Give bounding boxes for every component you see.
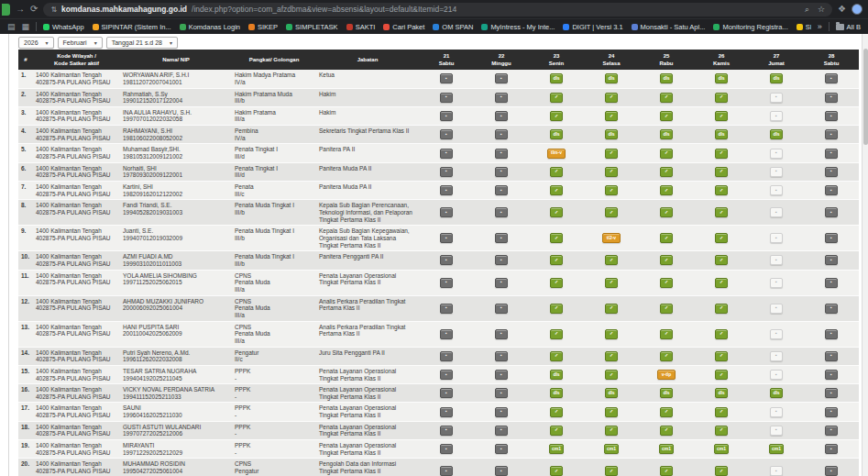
status-button[interactable]: ▪	[825, 73, 838, 83]
status-button[interactable]: ▪	[770, 407, 783, 417]
status-button[interactable]: ✓	[715, 207, 728, 217]
status-button[interactable]: ✓	[660, 185, 673, 195]
status-button[interactable]: ▪	[770, 93, 783, 103]
status-button[interactable]: ✓	[715, 426, 728, 436]
status-button[interactable]: ▪	[495, 278, 508, 288]
status-button[interactable]: ▪	[495, 129, 508, 139]
status-button[interactable]: dls	[660, 73, 673, 83]
status-button[interactable]: v-tlp	[657, 370, 676, 380]
status-button[interactable]: ▪	[825, 370, 838, 380]
status-button[interactable]: ▪	[440, 426, 453, 436]
status-button[interactable]: ▪	[770, 426, 783, 436]
status-button[interactable]: ✓	[550, 167, 563, 177]
status-button[interactable]: ▪	[440, 466, 453, 476]
status-button[interactable]: ▪	[825, 207, 838, 217]
status-button[interactable]: dls	[770, 73, 783, 83]
status-button[interactable]: ✓	[605, 149, 618, 159]
status-button[interactable]: dls	[605, 129, 618, 139]
status-button[interactable]: ▪	[440, 444, 453, 454]
status-button[interactable]: ▪	[495, 207, 508, 217]
status-button[interactable]: tl2-v	[602, 233, 621, 243]
status-button[interactable]: ▪	[440, 351, 453, 361]
status-button[interactable]: ✓	[605, 407, 618, 417]
status-button[interactable]: ▪	[495, 351, 508, 361]
status-button[interactable]: dls	[550, 370, 563, 380]
status-button[interactable]: ✓	[660, 149, 673, 159]
status-button[interactable]: ✓	[715, 351, 728, 361]
side-panel-icon[interactable]: ▤	[7, 22, 16, 31]
status-button[interactable]: ✓	[715, 304, 728, 314]
status-button[interactable]: ✓	[660, 255, 673, 265]
status-button[interactable]: ✓	[550, 111, 563, 121]
status-button[interactable]: ▪	[770, 370, 783, 380]
status-button[interactable]: ✓	[550, 426, 563, 436]
status-button[interactable]: ▪	[495, 388, 508, 398]
bookmark-item[interactable]: SIMTALAK BADILAG	[797, 23, 811, 31]
bookmark-item[interactable]: SIMPLETASK	[286, 23, 338, 31]
status-button[interactable]: ✓	[660, 278, 673, 288]
status-button[interactable]: ▪	[770, 207, 783, 217]
status-button[interactable]: ✓	[550, 278, 563, 288]
status-button[interactable]: ▪	[825, 407, 838, 417]
status-button[interactable]: cm1	[549, 444, 564, 454]
status-button[interactable]: ▪	[495, 255, 508, 265]
status-button[interactable]: ✓	[550, 329, 563, 339]
status-button[interactable]: ✓	[715, 185, 728, 195]
bookmark-item[interactable]: Monsakti - Satu Apl...	[632, 23, 706, 31]
status-button[interactable]: ▪	[770, 351, 783, 361]
status-button[interactable]: ✓	[715, 255, 728, 265]
extensions-icon[interactable]: ❖	[838, 5, 846, 14]
profile-avatar[interactable]	[852, 4, 863, 15]
status-button[interactable]: cm1	[714, 444, 729, 454]
status-button[interactable]: ▪	[440, 73, 453, 83]
status-button[interactable]: cm1	[769, 444, 784, 454]
bookmark-star-icon[interactable]: ☆	[818, 5, 825, 14]
status-button[interactable]: ✓	[660, 167, 673, 177]
forward-icon[interactable]: →	[16, 5, 25, 14]
status-button[interactable]: ▪	[825, 466, 838, 476]
status-button[interactable]: ▪	[440, 233, 453, 243]
status-button[interactable]: ▪	[495, 304, 508, 314]
status-button[interactable]: ✓	[550, 207, 563, 217]
status-button[interactable]: ✓	[660, 426, 673, 436]
month-select[interactable]: Februari ▾	[58, 37, 103, 49]
status-button[interactable]: ▪	[770, 111, 783, 121]
status-button[interactable]: ✓	[605, 255, 618, 265]
status-button[interactable]: ✓	[550, 93, 563, 103]
status-button[interactable]: ▪	[495, 111, 508, 121]
status-button[interactable]: ▪	[770, 255, 783, 265]
status-button[interactable]: ▪	[495, 73, 508, 83]
status-button[interactable]: ▪	[770, 233, 783, 243]
scrollbar-thumb[interactable]	[863, 49, 868, 145]
status-button[interactable]: ▪	[440, 407, 453, 417]
status-button[interactable]: ▪	[440, 329, 453, 339]
status-button[interactable]: ▪	[825, 304, 838, 314]
all-bookmarks-button[interactable]: All B	[836, 23, 861, 31]
status-button[interactable]: ▪	[770, 278, 783, 288]
status-button[interactable]: ▪	[440, 207, 453, 217]
search-icon[interactable]: ⌕	[805, 5, 809, 15]
status-button[interactable]: dls	[550, 129, 563, 139]
status-button[interactable]: ✓	[550, 407, 563, 417]
status-button[interactable]: ✓	[550, 304, 563, 314]
status-button[interactable]: ✓	[715, 111, 728, 121]
status-button[interactable]: ▪	[825, 233, 838, 243]
site-info-icon[interactable]: ⇅	[50, 6, 57, 14]
status-button[interactable]: ▪	[825, 129, 838, 139]
bookmark-item[interactable]: OM SPAN	[433, 23, 473, 31]
status-button[interactable]: ▪	[440, 111, 453, 121]
bookmark-item[interactable]: Monitoring Registra...	[713, 23, 787, 31]
status-button[interactable]: dls	[770, 388, 783, 398]
status-button[interactable]: dls	[605, 73, 618, 83]
status-button[interactable]: ✓	[605, 207, 618, 217]
status-button[interactable]: ✓	[715, 93, 728, 103]
status-button[interactable]: ▪	[495, 233, 508, 243]
status-button[interactable]: ▪	[825, 149, 838, 159]
status-button[interactable]: ▪	[770, 329, 783, 339]
status-button[interactable]: ▪	[440, 388, 453, 398]
status-button[interactable]: ▪	[770, 466, 783, 476]
status-button[interactable]: ✓	[550, 466, 563, 476]
apps-grid-icon[interactable]: ▦	[22, 22, 30, 31]
status-button[interactable]: ▪	[495, 149, 508, 159]
status-button[interactable]: ✓	[605, 185, 618, 195]
